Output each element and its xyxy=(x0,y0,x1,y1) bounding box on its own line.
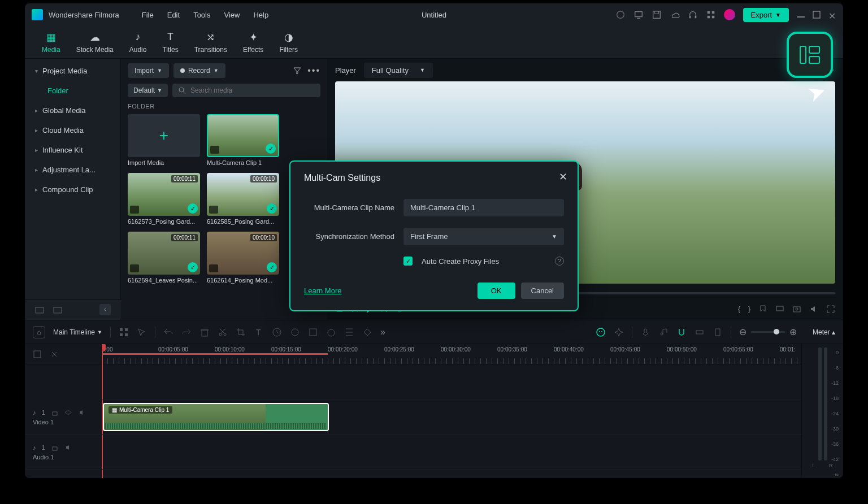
apps-icon[interactable] xyxy=(706,10,716,20)
sidebar-item-project-media[interactable]: ▾Project Media xyxy=(25,61,120,81)
media-thumb[interactable]: 00:00:11✓ 6162594_Leaves Posin... xyxy=(128,232,200,284)
link-tracks-icon[interactable] xyxy=(50,350,59,359)
tab-filters[interactable]: ◑Filters xyxy=(279,31,298,54)
timeline-home-icon[interactable]: ⌂ xyxy=(33,326,45,338)
redo-icon[interactable] xyxy=(181,327,192,337)
sidebar-item-cloud-media[interactable]: ▸Cloud Media xyxy=(25,120,120,140)
learn-more-link[interactable]: Learn More xyxy=(304,286,341,295)
grid-icon[interactable] xyxy=(119,327,129,337)
save-icon[interactable] xyxy=(652,10,662,20)
menu-view[interactable]: View xyxy=(224,11,240,19)
record-button[interactable]: Record▼ xyxy=(173,63,225,78)
mask-icon[interactable] xyxy=(308,327,318,337)
search-box[interactable] xyxy=(172,84,320,97)
text-icon[interactable]: T xyxy=(254,327,264,337)
magnet-icon[interactable] xyxy=(676,327,687,337)
filter-icon[interactable] xyxy=(293,66,302,75)
timer-icon[interactable] xyxy=(326,327,336,337)
media-thumb[interactable]: 00:00:11✓ 6162573_Posing Gard... xyxy=(128,173,200,225)
visibility-icon[interactable] xyxy=(64,409,72,416)
minimize-icon[interactable] xyxy=(797,16,805,18)
export-button[interactable]: Export▼ xyxy=(743,8,789,22)
menu-edit[interactable]: Edit xyxy=(167,11,180,19)
clip-name-input[interactable] xyxy=(403,199,564,216)
track-head-audio[interactable]: ♪ 1 Audio 1 xyxy=(25,435,101,470)
folder-icon[interactable] xyxy=(53,305,62,314)
add-track-icon[interactable] xyxy=(33,350,42,359)
tab-transitions[interactable]: ⤭Transitions xyxy=(194,31,227,54)
menu-help[interactable]: Help xyxy=(253,11,268,19)
color-icon[interactable] xyxy=(290,327,300,337)
volume-icon[interactable] xyxy=(809,305,818,314)
avatar[interactable] xyxy=(724,9,735,20)
sparkle-icon[interactable] xyxy=(614,327,624,337)
tab-titles[interactable]: TTitles xyxy=(162,31,178,54)
bracket-out-icon[interactable]: } xyxy=(748,305,750,313)
ai-icon[interactable] xyxy=(596,327,606,337)
cursor-icon[interactable] xyxy=(137,327,147,337)
timeline-ruler[interactable]: 0:00 00:00:05:00 00:00:10:00 00:00:15:00… xyxy=(102,344,801,364)
close-icon[interactable]: ✕ xyxy=(828,11,836,19)
timeline-clip[interactable]: ▦Multi-Camera Clip 1 xyxy=(103,403,329,431)
music-icon[interactable] xyxy=(658,327,669,337)
tab-media[interactable]: ▦Media xyxy=(42,31,60,54)
folder-add-icon[interactable] xyxy=(35,305,44,314)
display-mode-icon[interactable] xyxy=(775,305,784,314)
delete-icon[interactable] xyxy=(199,327,210,337)
speed-icon[interactable] xyxy=(272,327,282,337)
toolbar-more-icon[interactable]: » xyxy=(380,327,385,337)
multicam-view-button[interactable] xyxy=(787,32,833,78)
mic-icon[interactable] xyxy=(640,327,650,337)
mute-icon[interactable] xyxy=(78,409,86,416)
media-thumb[interactable]: 00:00:10✓ 6162614_Posing Mod... xyxy=(207,232,279,284)
tab-audio[interactable]: ♪Audio xyxy=(129,31,147,54)
display-icon[interactable] xyxy=(633,10,644,20)
timeline-name-select[interactable]: Main Timeline▼ xyxy=(53,328,102,336)
meter-label[interactable]: Meter ▴ xyxy=(813,328,835,336)
dialog-close-button[interactable]: ✕ xyxy=(559,171,567,183)
undo-icon[interactable] xyxy=(163,327,173,337)
track-row-audio[interactable] xyxy=(102,435,801,470)
menu-tools[interactable]: Tools xyxy=(193,11,210,19)
lock-icon[interactable] xyxy=(51,444,59,451)
sidebar-item-adjustment-layer[interactable]: ▸Adjustment La... xyxy=(25,160,120,180)
zoom-control[interactable]: ⊖ ⊕ xyxy=(739,327,797,337)
bracket-in-icon[interactable]: { xyxy=(738,305,740,313)
record-status-icon[interactable] xyxy=(615,10,626,20)
import-button[interactable]: Import▼ xyxy=(128,63,169,78)
ok-button[interactable]: OK xyxy=(478,283,515,299)
media-thumb[interactable]: 00:00:10✓ 6162585_Posing Gard... xyxy=(207,173,279,225)
tab-stock-media[interactable]: ☁Stock Media xyxy=(76,31,114,54)
track-head-video[interactable]: ♪ 1 Video 1 xyxy=(25,399,101,435)
sidebar-item-global-media[interactable]: ▸Global Media xyxy=(25,101,120,120)
lock-icon[interactable] xyxy=(51,409,59,416)
cloud-icon[interactable] xyxy=(670,10,680,20)
sidebar-collapse-icon[interactable]: ‹ xyxy=(99,304,111,315)
more-icon[interactable]: ••• xyxy=(307,66,320,76)
import-media-tile[interactable]: + Import Media xyxy=(128,114,200,166)
proxy-checkbox[interactable]: ✓ xyxy=(403,257,413,266)
mute-icon[interactable] xyxy=(64,444,72,451)
sync-method-select[interactable]: First Frame▼ xyxy=(403,228,564,245)
menu-file[interactable]: File xyxy=(142,11,154,19)
keyframe-icon[interactable] xyxy=(362,327,372,337)
info-icon[interactable]: ? xyxy=(555,257,564,266)
track-icon[interactable] xyxy=(344,327,354,337)
maximize-icon[interactable] xyxy=(813,11,821,19)
cut-icon[interactable] xyxy=(218,327,228,337)
tab-effects[interactable]: ✦Effects xyxy=(243,31,263,54)
snapshot-icon[interactable] xyxy=(792,305,801,314)
search-input[interactable] xyxy=(190,86,315,94)
crop-icon[interactable] xyxy=(236,327,246,337)
sort-button[interactable]: Default▼ xyxy=(128,84,168,97)
quality-select[interactable]: Full Quality▼ xyxy=(364,63,433,78)
cancel-button[interactable]: Cancel xyxy=(521,283,564,299)
link-icon[interactable] xyxy=(695,327,705,337)
sidebar-item-folder[interactable]: Folder xyxy=(25,81,120,101)
media-thumb[interactable]: ✓ Multi-Camera Clip 1 xyxy=(207,114,279,166)
headphones-icon[interactable] xyxy=(688,10,698,20)
sidebar-item-influence-kit[interactable]: ▸Influence Kit xyxy=(25,140,120,160)
fullscreen-icon[interactable] xyxy=(826,305,835,314)
track-row-video[interactable]: ▦Multi-Camera Clip 1 xyxy=(102,399,801,435)
sidebar-item-compound-clip[interactable]: ▸Compound Clip xyxy=(25,180,120,199)
